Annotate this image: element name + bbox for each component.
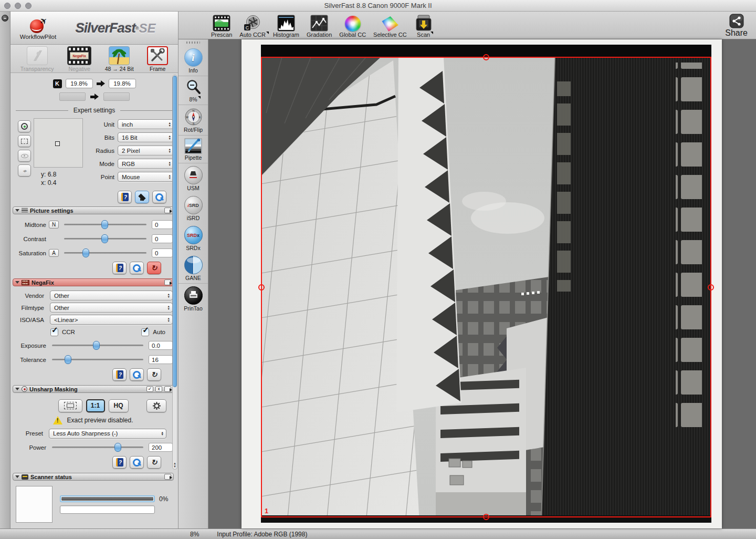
reset-button[interactable]: ↻	[147, 456, 161, 469]
quicktime-help-button[interactable]	[130, 368, 144, 381]
share-button[interactable]: Share	[725, 14, 748, 38]
pipette-tool-button[interactable]: Pipette	[178, 136, 208, 163]
scan-bed[interactable]: 1	[242, 39, 722, 528]
gradation-button[interactable]: Gradation	[307, 15, 332, 38]
help-button[interactable]: ?	[112, 262, 127, 274]
rotate-flip-tool-button[interactable]: NSWE Rot/Flip	[178, 105, 208, 136]
global-cc-button[interactable]: Global CC	[339, 16, 366, 38]
one-to-one-button[interactable]: 1:1	[86, 399, 105, 412]
detach-panel-icon[interactable]	[164, 386, 171, 392]
auto-checkbox[interactable]: ✓	[141, 328, 149, 336]
mode-bit-depth-button[interactable]: 48 → 24 Bit	[105, 46, 134, 72]
iso-dropdown[interactable]: <Linear>▲▼	[50, 315, 173, 325]
saturation-slider[interactable]	[64, 252, 146, 254]
exposure-slider[interactable]	[52, 345, 143, 346]
drawer-toggle-button[interactable]	[2, 15, 8, 22]
midtone-slider[interactable]	[64, 224, 146, 225]
scrollbar-arrows[interactable]: ▲▼	[173, 462, 177, 468]
preview-frame-button[interactable]	[58, 399, 82, 412]
detach-panel-icon[interactable]	[164, 279, 171, 285]
exposure-value[interactable]: 0.0	[149, 341, 173, 350]
apply-check-button[interactable]: ✓	[146, 386, 153, 392]
usm-settings-button[interactable]	[146, 399, 166, 412]
negafix-header[interactable]: NegaFix	[13, 278, 174, 286]
srdx-icon: SRDx	[184, 226, 203, 244]
help-button[interactable]: ?	[112, 456, 127, 469]
densitometer-target-button[interactable]	[18, 120, 31, 132]
scanner-status-header[interactable]: Scanner status	[13, 473, 174, 481]
auto-ccr-button[interactable]: C Auto CCR	[239, 15, 266, 38]
printao-tool-button[interactable]: PrinTao	[178, 284, 208, 314]
scan-frame-selection[interactable]: 1	[261, 57, 711, 517]
detach-panel-icon[interactable]	[164, 208, 171, 213]
isrd-tool-button[interactable]: iSRD iSRD	[178, 193, 208, 223]
midtone-badge[interactable]: N	[49, 221, 59, 229]
mode-negative-button[interactable]: NegaFix Negative	[67, 46, 91, 72]
midtone-value[interactable]: 0	[152, 220, 173, 229]
expert-mode-button[interactable]	[135, 191, 149, 203]
unit-dropdown[interactable]: inch▲▼	[118, 119, 174, 129]
usm-tool-button[interactable]: USM	[178, 163, 208, 193]
bits-dropdown[interactable]: 16 Bit▲▼	[118, 132, 174, 142]
mode-transparency-button[interactable]: Transparency	[20, 46, 54, 72]
saturation-badge[interactable]: A	[49, 249, 59, 257]
vendor-row: Vendor Other▲▼	[14, 289, 173, 302]
point-dropdown[interactable]: Mouse▲▼	[118, 172, 174, 182]
reset-button[interactable]: ↻	[147, 368, 161, 381]
histogram-button[interactable]: Histogram	[273, 15, 299, 38]
selection-handle-right[interactable]	[708, 284, 714, 291]
scan-progress-percent: 0%	[159, 495, 173, 503]
contrast-slider[interactable]	[64, 238, 146, 240]
ccr-checkbox[interactable]: ✓	[50, 328, 58, 336]
slider-thumb[interactable]	[93, 341, 100, 350]
saturation-value[interactable]: 0	[152, 248, 173, 257]
srdx-tool-button[interactable]: SRDx SRDx	[178, 223, 208, 253]
radius-dropdown[interactable]: 2 Pixel▲▼	[118, 146, 174, 156]
zoom-tool-button[interactable]: 8%	[178, 76, 208, 105]
slider-thumb[interactable]	[65, 355, 71, 364]
quicktime-help-button[interactable]	[130, 456, 144, 469]
mode-dropdown[interactable]: RGB▲▼	[118, 159, 174, 169]
slider-thumb[interactable]	[82, 248, 89, 257]
preview-eye-button[interactable]	[18, 150, 31, 162]
vendor-dropdown[interactable]: Other▲▼	[50, 291, 173, 300]
selection-handle-top[interactable]	[483, 54, 489, 60]
mode-frame-button[interactable]: Frame	[147, 46, 168, 72]
densitometer-preview[interactable]	[34, 118, 83, 168]
tolerance-value[interactable]: 16	[149, 355, 173, 364]
filmtype-dropdown[interactable]: Other▲▼	[50, 303, 173, 313]
unsharp-masking-header[interactable]: Unsharp Masking ✓ x	[13, 385, 174, 393]
gane-tool-button[interactable]: GANE	[178, 253, 208, 284]
tolerance-slider[interactable]	[52, 359, 143, 360]
help-button[interactable]: ?	[112, 368, 127, 381]
panel-scrollbar[interactable]: ▲▼	[172, 75, 177, 470]
power-slider[interactable]	[52, 447, 143, 448]
prescan-button[interactable]: Prescan	[211, 15, 232, 38]
info-tool-button[interactable]: i Info	[178, 46, 208, 76]
hq-button[interactable]: HQ	[109, 399, 129, 412]
picture-settings-header[interactable]: Picture settings	[13, 206, 174, 214]
frame-select-button[interactable]	[18, 135, 31, 147]
help-button[interactable]: ?	[118, 191, 132, 203]
negative-film-icon: NegaFix	[67, 46, 91, 65]
slider-thumb[interactable]	[101, 220, 108, 229]
detach-panel-icon[interactable]	[164, 474, 171, 480]
quicktime-help-button[interactable]	[130, 262, 144, 274]
flip-button[interactable]: ◂▸	[18, 164, 31, 177]
selection-handle-bottom[interactable]	[483, 514, 489, 520]
power-value[interactable]: 200	[149, 443, 173, 452]
selective-cc-button[interactable]: Selective CC	[373, 16, 407, 38]
quicktime-help-button[interactable]	[152, 191, 166, 203]
scrollbar-thumb[interactable]	[173, 76, 177, 387]
slider-thumb[interactable]	[101, 234, 108, 243]
preview-area: 1	[208, 39, 756, 528]
close-x-button[interactable]: x	[155, 386, 162, 392]
selection-handle-left[interactable]	[258, 284, 265, 291]
reset-button[interactable]: ↻	[147, 262, 161, 274]
density-readout-row	[10, 91, 178, 102]
slider-thumb[interactable]	[114, 443, 121, 452]
contrast-value[interactable]: 0	[152, 234, 173, 243]
scan-button[interactable]: Scan	[414, 15, 433, 38]
workflow-pilot-button[interactable]: ✈ WorkflowPilot	[10, 16, 66, 40]
preset-dropdown[interactable]: Less Auto Sharpness (-)▲▼	[49, 429, 166, 439]
